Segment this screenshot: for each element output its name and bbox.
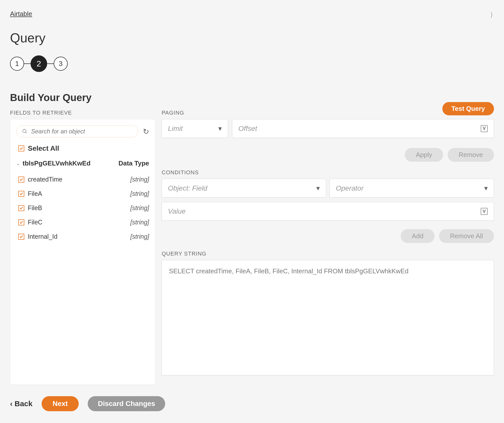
search-icon [22,129,28,134]
fields-box: ↻ Select All ⌄ tblsPgGELVwhkKwEd Data Ty… [10,119,155,385]
operator-select[interactable]: Operator ▾ [330,179,494,198]
field-type: [string] [130,219,149,226]
conditions-label: CONDITIONS [162,169,494,176]
table-name: tblsPgGELVwhkKwEd [23,159,90,167]
object-field-select[interactable]: Object: Field ▾ [162,179,326,198]
query-string-label: QUERY STRING [162,250,494,257]
field-checkbox[interactable] [18,191,24,197]
breadcrumb[interactable]: Airtable [10,10,32,18]
field-checkbox[interactable] [18,205,24,211]
field-type: [string] [130,204,149,212]
field-row: FileA [string] [16,187,149,201]
step-3[interactable]: 3 [54,57,68,71]
value-placeholder: Value [168,207,186,215]
select-all-checkbox[interactable] [18,145,24,151]
field-row: Internal_Id [string] [16,229,149,244]
chevron-down-icon: ▾ [316,184,320,192]
field-checkbox[interactable] [18,219,24,225]
select-all-label: Select All [28,144,59,152]
field-name: FileC [28,219,42,226]
field-row: createdTime [string] [16,172,149,187]
step-line [47,63,54,64]
field-name: createdTime [28,176,62,183]
test-query-button[interactable]: Test Query [442,102,494,115]
step-1[interactable]: 1 [10,57,24,71]
chevron-left-icon: ‹ [10,399,13,408]
remove-button[interactable]: Remove [448,148,494,162]
fields-label: FIELDS TO RETRIEVE [10,110,155,116]
limit-select[interactable]: Limit ▾ [162,119,228,138]
field-type: [string] [130,190,149,197]
field-checkbox[interactable] [18,177,24,183]
refresh-icon[interactable]: ↻ [143,127,149,136]
close-icon[interactable]: ⟩ [490,11,493,18]
value-input[interactable]: Value V [162,202,494,221]
data-type-header: Data Type [119,159,149,167]
search-input[interactable] [31,128,133,135]
section-title: Build Your Query [10,92,494,103]
field-row: FileB [string] [16,201,149,215]
object-field-placeholder: Object: Field [168,184,207,192]
field-type: [string] [130,233,149,240]
svg-point-0 [23,129,26,133]
chevron-down-icon: ▾ [484,184,488,192]
field-row: FileC [string] [16,215,149,229]
offset-input[interactable]: Offset V [232,119,494,138]
step-line [24,63,31,64]
apply-button[interactable]: Apply [405,148,443,162]
next-button[interactable]: Next [42,396,79,411]
field-checkbox[interactable] [18,234,24,240]
back-label: Back [15,399,33,408]
chevron-down-icon[interactable]: ⌄ [16,161,20,166]
query-string-textarea[interactable] [162,260,494,375]
discard-changes-button[interactable]: Discard Changes [88,396,165,411]
field-name: FileB [28,204,42,212]
offset-placeholder: Offset [238,125,257,133]
chevron-down-icon: ▾ [218,124,222,133]
stepper: 1 2 3 [10,55,494,72]
variable-icon[interactable]: V [481,208,488,215]
variable-icon[interactable]: V [481,125,488,132]
field-type: [string] [130,176,149,183]
page-title: Query [10,30,494,45]
field-name: Internal_Id [28,233,57,240]
back-button[interactable]: ‹ Back [10,399,33,408]
limit-placeholder: Limit [168,125,183,133]
svg-line-1 [26,132,27,133]
field-name: FileA [28,190,42,197]
operator-placeholder: Operator [336,184,364,192]
add-button[interactable]: Add [401,229,434,243]
step-2[interactable]: 2 [31,55,47,72]
search-box[interactable] [16,125,138,137]
remove-all-button[interactable]: Remove All [439,229,494,243]
